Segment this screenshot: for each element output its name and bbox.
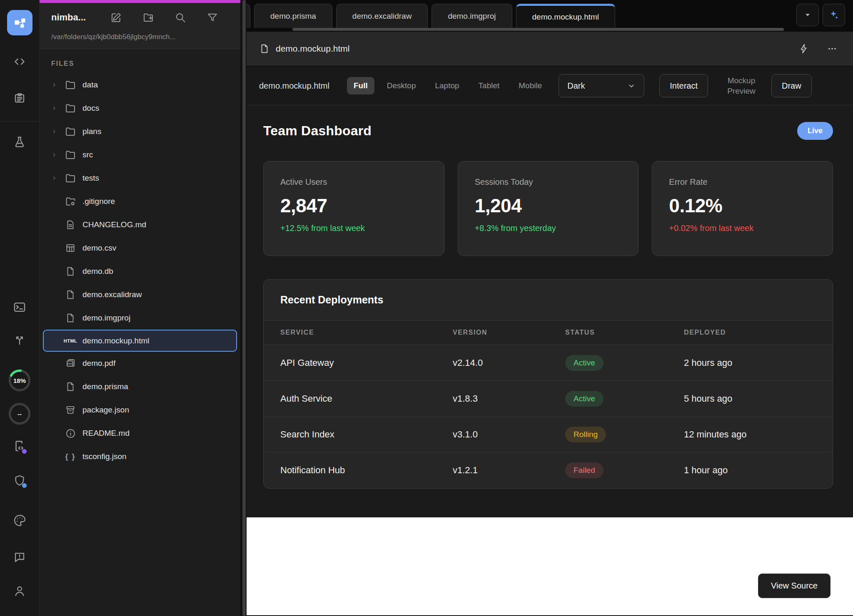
edit-icon[interactable]	[110, 11, 122, 24]
file-row-plans[interactable]: plans	[40, 120, 240, 143]
workspace-path: /var/folders/qz/kjb0dbb56jlgbcy9mnch...	[51, 33, 229, 41]
stat-card-error-rate: Error Rate 0.12% +0.02% from last week	[652, 161, 833, 256]
progress-percent: 18%	[7, 368, 32, 392]
chevron-right-icon[interactable]	[51, 152, 57, 158]
column-header-deployed: DEPLOYED	[684, 329, 816, 336]
viewport-tablet-button[interactable]: Tablet	[472, 77, 506, 94]
editor-header: demo.mockup.html	[247, 32, 853, 67]
app-logo-icon[interactable]	[7, 10, 32, 35]
chevron-right-icon[interactable]	[51, 175, 57, 181]
file-row-tests[interactable]: tests	[40, 166, 240, 190]
column-header-status: STATUS	[565, 329, 684, 336]
table-row: API Gateway v2.14.0 Active 2 hours ago	[264, 345, 833, 381]
stat-label: Sessions Today	[475, 177, 622, 187]
version-cell: v1.8.3	[453, 393, 565, 404]
tab-demo-mockup-html[interactable]: demo.mockup.html	[516, 4, 616, 28]
file-name: demo.prisma	[82, 382, 128, 391]
file-row-data[interactable]: data	[40, 73, 240, 97]
clipboard-icon[interactable]	[12, 90, 27, 106]
progress-ring[interactable]: 18%	[7, 368, 32, 392]
new-folder-icon[interactable]	[142, 11, 155, 24]
flask-icon[interactable]	[12, 134, 27, 150]
version-cell: v1.2.1	[453, 465, 565, 476]
code-icon[interactable]	[12, 54, 27, 70]
tab-demo-prisma[interactable]: demo.prisma	[254, 4, 332, 28]
quick-action-icon[interactable]	[796, 40, 812, 57]
service-cell: API Gateway	[280, 358, 453, 368]
palette-icon[interactable]	[12, 512, 27, 528]
vertical-scrollbar[interactable]	[242, 0, 246, 616]
tab-label: demo.excalidraw	[352, 12, 412, 21]
more-options-icon[interactable]	[824, 40, 841, 57]
tab-overflow-button[interactable]	[796, 4, 819, 26]
stat-card-active-users: Active Users 2,847 +12.5% from last week	[263, 161, 444, 256]
file-name: package.json	[82, 405, 129, 415]
table-icon	[64, 243, 77, 253]
purple-notification-dot	[22, 449, 27, 454]
file-row-demo-csv[interactable]: demo.csv	[40, 236, 240, 260]
svg-text:PDF: PDF	[67, 363, 72, 365]
file-row-demo-db[interactable]: demo.db	[40, 260, 240, 283]
stat-label: Active Users	[280, 177, 427, 187]
preview-whitespace: View Source	[247, 517, 853, 615]
file-icon	[64, 266, 77, 277]
viewport-desktop-button[interactable]: Desktop	[380, 77, 423, 94]
stat-value: 0.12%	[669, 194, 816, 217]
interact-button[interactable]: Interact	[659, 74, 708, 97]
file-row-demo-mockup-html[interactable]: HTML demo.mockup.html	[43, 330, 237, 352]
status-badge: Active	[565, 355, 604, 371]
file-row-demo-prisma[interactable]: demo.prisma	[40, 375, 240, 398]
tab-demo-imgproj[interactable]: demo.imgproj	[431, 4, 512, 28]
tab-demo-excalidraw[interactable]: demo.excalidraw	[336, 4, 428, 28]
filter-icon[interactable]	[206, 11, 219, 24]
viewport-mobile-button[interactable]: Mobile	[512, 77, 549, 94]
file-row-readme[interactable]: README.md	[40, 422, 240, 445]
tab-scrollbar[interactable]	[292, 28, 784, 31]
stat-value: 2,847	[280, 194, 427, 217]
rail-divider	[0, 121, 40, 122]
account-icon[interactable]	[12, 583, 27, 599]
device-code-icon[interactable]	[12, 439, 27, 455]
file-row-src[interactable]: src	[40, 143, 240, 166]
file-name: demo.excalidraw	[82, 290, 142, 299]
deployed-cell: 2 hours ago	[684, 358, 816, 368]
file-icon	[64, 289, 77, 300]
table-row: Search Index v3.1.0 Rolling 12 minutes a…	[264, 417, 833, 452]
file-row-demo-pdf[interactable]: PDF demo.pdf	[40, 352, 240, 375]
viewport-full-button[interactable]: Full	[347, 77, 374, 94]
table-row: Auth Service v1.8.3 Active 5 hours ago	[264, 381, 833, 417]
workspace-title: nimba...	[51, 12, 86, 23]
draw-button[interactable]: Draw	[771, 74, 812, 97]
file-row-changelog[interactable]: CHANGELOG.md	[40, 213, 240, 236]
file-row-demo-excalidraw[interactable]: demo.excalidraw	[40, 283, 240, 306]
terminal-icon[interactable]	[12, 299, 27, 315]
file-row-package-json[interactable]: package.json	[40, 398, 240, 422]
file-name: .gitignore	[82, 197, 115, 206]
theme-select[interactable]: Dark	[559, 74, 644, 97]
idle-ring[interactable]: --	[7, 402, 32, 426]
info-icon	[64, 428, 77, 439]
file-row-tsconfig[interactable]: { } tsconfig.json	[40, 445, 240, 468]
blue-notification-dot	[22, 483, 27, 488]
service-cell: Search Index	[280, 429, 453, 440]
tab-demo-csv-partial[interactable]: sv	[247, 4, 250, 28]
folder-icon	[64, 126, 77, 137]
file-row-gitignore[interactable]: .gitignore	[40, 190, 240, 213]
search-icon[interactable]	[174, 11, 187, 24]
shield-icon[interactable]	[12, 473, 27, 489]
chevron-down-icon	[627, 82, 636, 90]
stats-row: Active Users 2,847 +12.5% from last week…	[263, 161, 833, 256]
file-name: demo.imgproj	[82, 313, 130, 323]
dashboard-title: Team Dashboard	[263, 123, 372, 139]
folder-icon	[64, 172, 77, 184]
feedback-icon[interactable]	[12, 549, 27, 565]
chevron-right-icon[interactable]	[51, 82, 57, 88]
viewport-laptop-button[interactable]: Laptop	[428, 77, 466, 94]
file-row-docs[interactable]: docs	[40, 97, 240, 120]
ai-sparkle-button[interactable]	[823, 4, 845, 26]
chevron-right-icon[interactable]	[51, 105, 57, 112]
chevron-right-icon[interactable]	[51, 128, 57, 135]
file-row-demo-imgproj[interactable]: demo.imgproj	[40, 306, 240, 330]
branch-icon[interactable]	[12, 332, 27, 348]
view-source-button[interactable]: View Source	[758, 574, 831, 598]
